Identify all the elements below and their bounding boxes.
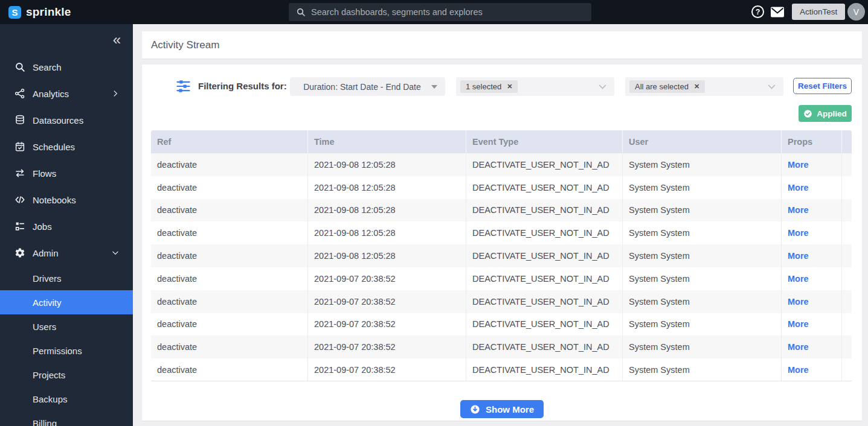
chip-remove-icon[interactable]: ✕ [694,83,699,91]
mail-icon[interactable] [770,6,785,18]
cell-spacer [842,358,852,381]
table-row: deactivate2021-09-07 20:38:52DEACTIVATE_… [151,313,852,336]
sidebar-item-activity[interactable]: Activity [0,290,133,314]
column-header-time: Time [308,130,466,153]
cell-props: More [782,267,842,290]
cell-props: More [782,290,842,313]
help-icon[interactable]: ? [751,5,764,18]
cell-ref: deactivate [151,244,308,267]
event-type-filter-multiselect[interactable]: 1 selected ✕ [456,77,614,96]
cell-props: More [782,358,842,381]
cell-spacer [842,176,852,199]
cell-event-type: DEACTIVATE_USER_NOT_IN_AD [466,221,623,244]
cell-ref: deactivate [151,153,308,176]
cell-event-type: DEACTIVATE_USER_NOT_IN_AD [466,290,623,313]
filter-sliders-icon [176,80,190,93]
cell-user: System System [623,358,782,381]
cell-time: 2021-09-07 20:38:52 [308,267,466,290]
filter-chip: 1 selected ✕ [460,80,518,93]
sidebar-collapse-icon[interactable]: « [113,33,121,47]
gear-icon [14,247,25,258]
sidebar-item-schedules[interactable]: Schedules [0,133,133,160]
sidebar-item-projects[interactable]: Projects [0,363,133,387]
cell-spacer [842,335,852,358]
analytics-icon [14,88,25,99]
check-circle-icon [803,109,812,118]
app-logo[interactable]: S sprinkle [8,0,71,24]
more-link[interactable]: More [788,183,809,192]
chevron-down-icon [767,81,777,92]
reset-filters-button[interactable]: Reset Filters [793,78,852,94]
table-row: deactivate2021-09-07 20:38:52DEACTIVATE_… [151,290,852,313]
logo-icon: S [8,6,21,19]
sidebar-item-jobs[interactable]: Jobs [0,213,133,240]
table-row: deactivate2021-09-08 12:05:28DEACTIVATE_… [151,176,852,199]
sidebar-item-users[interactable]: Users [0,314,133,339]
sidebar-item-search[interactable]: Search [0,54,133,80]
caret-down-icon [431,85,437,89]
cell-spacer [842,313,852,336]
search-input[interactable] [311,7,584,17]
code-icon [14,194,25,205]
more-link[interactable]: More [788,319,809,329]
sidebar-item-permissions[interactable]: Permissions [0,339,133,363]
duration-filter-value: Duration: Start Date - End Date [303,82,421,92]
activity-table: Ref Time Event Type User Props deactivat… [151,130,852,381]
page-title-bar: Activity Stream [142,31,862,59]
more-link[interactable]: More [788,365,809,375]
cell-user: System System [623,199,782,222]
user-filter-multiselect[interactable]: All are selected ✕ [625,77,783,96]
sidebar-item-billing[interactable]: Billing [0,411,133,426]
cell-event-type: DEACTIVATE_USER_NOT_IN_AD [466,176,623,199]
sidebar-item-drivers[interactable]: Drivers [0,266,133,290]
cell-time: 2021-09-08 12:05:28 [308,244,466,267]
sidebar-item-backups[interactable]: Backups [0,387,133,411]
column-header-user: User [623,130,782,153]
column-header-event-type: Event Type [466,130,623,153]
show-more-button[interactable]: Show More [460,400,544,418]
sidebar-item-notebooks[interactable]: Notebooks [0,186,133,213]
avatar[interactable]: V [847,3,865,21]
duration-filter-dropdown[interactable]: Duration: Start Date - End Date [290,77,445,96]
global-search[interactable] [289,3,591,21]
sidebar-item-datasources[interactable]: Datasources [0,107,133,133]
more-link[interactable]: More [788,228,809,238]
cell-time: 2021-09-08 12:05:28 [308,199,466,222]
sidebar-item-flows[interactable]: Flows [0,160,133,186]
content-card: Filtering Results for: Duration: Start D… [142,65,862,421]
cell-user: System System [623,290,782,313]
cell-event-type: DEACTIVATE_USER_NOT_IN_AD [466,267,623,290]
cell-user: System System [623,221,782,244]
more-link[interactable]: More [788,251,809,261]
sidebar-item-admin[interactable]: Admin [0,240,133,266]
column-header-props: Props [782,130,842,153]
cell-ref: deactivate [151,335,308,358]
chevron-right-icon [111,89,120,98]
flows-icon [14,168,25,179]
more-link[interactable]: More [788,297,809,307]
activity-table-body: deactivate2021-09-08 12:05:28DEACTIVATE_… [151,153,852,381]
table-row: deactivate2021-09-08 12:05:28DEACTIVATE_… [151,199,852,222]
cell-event-type: DEACTIVATE_USER_NOT_IN_AD [466,244,623,267]
table-row: deactivate2021-09-08 12:05:28DEACTIVATE_… [151,153,852,176]
cell-ref: deactivate [151,313,308,336]
more-link[interactable]: More [788,160,809,170]
applied-button[interactable]: Applied [799,105,852,122]
more-link[interactable]: More [788,342,809,352]
cell-ref: deactivate [151,290,308,313]
more-link[interactable]: More [788,205,809,215]
cell-props: More [782,176,842,199]
cell-user: System System [623,313,782,336]
chip-remove-icon[interactable]: ✕ [507,83,512,91]
cell-time: 2021-09-07 20:38:52 [308,290,466,313]
cell-ref: deactivate [151,199,308,222]
cell-props: More [782,221,842,244]
sidebar-nav: Search Analytics Datasources [0,54,133,426]
sidebar-item-analytics[interactable]: Analytics [0,80,133,107]
database-icon [14,115,25,126]
more-link[interactable]: More [788,274,809,284]
workspace-button[interactable]: ActionTest [792,4,845,20]
cell-spacer [842,199,852,222]
cell-user: System System [623,244,782,267]
cell-event-type: DEACTIVATE_USER_NOT_IN_AD [466,199,623,222]
